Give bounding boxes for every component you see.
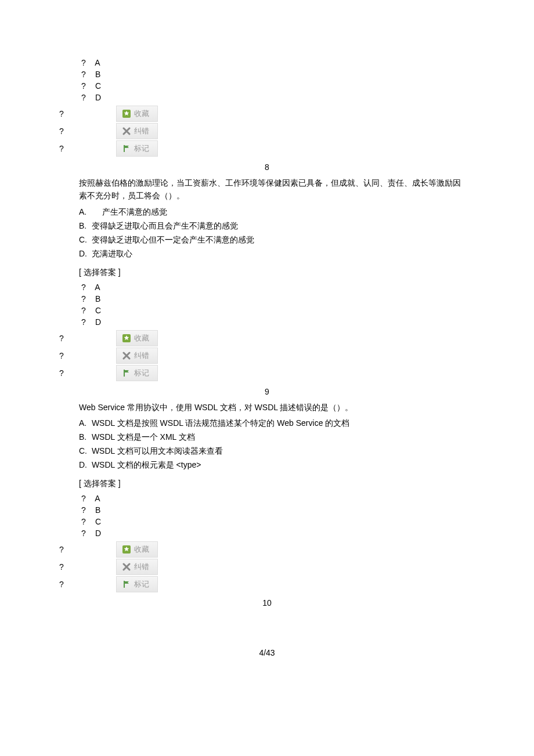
option-b: B. WSDL 文档是一个 XML 文档 — [79, 432, 464, 443]
option-text: WSDL 文档是一个 XML 文档 — [92, 432, 195, 442]
option-text: WSDL 文档是按照 WSDL 语法规范描述某个特定的 Web Service … — [92, 418, 349, 428]
choice-marker: ? — [81, 317, 93, 327]
choice-marker: ? — [81, 93, 93, 102]
mark-label: 标记 — [134, 579, 149, 589]
favorite-button[interactable]: 收藏 — [116, 330, 158, 346]
option-a: A. WSDL 文档是按照 WSDL 语法规范描述某个特定的 Web Servi… — [79, 418, 464, 429]
favorite-label: 收藏 — [134, 108, 149, 119]
option-letter: A. — [79, 207, 89, 216]
answer-choice[interactable]: ? B — [81, 70, 476, 79]
row-marker: ? — [58, 109, 116, 118]
choice-letter: B — [95, 70, 100, 79]
question-9: Web Service 常用协议中，使用 WSDL 文档，对 WSDL 描述错误… — [79, 401, 464, 538]
wrong-label: 纠错 — [134, 126, 149, 136]
mark-button[interactable]: 标记 — [116, 365, 158, 381]
flag-icon — [122, 369, 131, 377]
favorite-label: 收藏 — [134, 544, 149, 555]
mark-button[interactable]: 标记 — [116, 576, 158, 592]
wrong-button[interactable]: 纠错 — [116, 123, 158, 139]
option-text: WSDL 文档的根元素是 <type> — [92, 460, 201, 469]
answer-choice[interactable]: ? B — [81, 294, 464, 303]
row-marker: ? — [58, 368, 116, 378]
question-text: Web Service 常用协议中，使用 WSDL 文档，对 WSDL 描述错误… — [79, 401, 464, 414]
wrong-label: 纠错 — [134, 350, 149, 361]
answer-choice[interactable]: ? D — [81, 529, 464, 538]
option-d: D. 充满进取心 — [79, 249, 464, 259]
option-d: D. WSDL 文档的根元素是 <type> — [79, 460, 464, 471]
favorite-label: 收藏 — [134, 333, 149, 343]
option-c: C. WSDL 文档可以用文本阅读器来查看 — [79, 446, 464, 457]
choice-marker: ? — [81, 529, 93, 538]
option-a: A. 产生不满意的感觉 — [79, 207, 464, 218]
star-icon — [122, 545, 131, 554]
option-b: B. 变得缺乏进取心而且会产生不满意的感觉 — [79, 221, 464, 231]
answer-choice[interactable]: ? C — [81, 306, 464, 315]
cross-icon — [122, 563, 131, 571]
choice-letter: D — [95, 317, 101, 327]
answer-choice[interactable]: ? D — [81, 317, 464, 327]
option-letter: B. — [79, 221, 89, 230]
option-c: C. 变得缺乏进取心但不一定会产生不满意的感觉 — [79, 235, 464, 245]
answer-choice[interactable]: ? A — [81, 494, 464, 503]
choice-marker: ? — [81, 505, 93, 515]
question-8: 按照赫兹伯格的激励理论，当工资薪水、工作环境等保健因素已具备，但成就、认同、责任… — [79, 176, 464, 327]
choice-letter: C — [95, 517, 101, 526]
action-buttons-block: ? 收藏 ? 纠错 ? 标记 — [58, 330, 476, 381]
question-text: 按照赫兹伯格的激励理论，当工资薪水、工作环境等保健因素已具备，但成就、认同、责任… — [79, 176, 464, 202]
wrong-button[interactable]: 纠错 — [116, 559, 158, 575]
row-marker: ? — [58, 334, 116, 343]
wrong-button[interactable]: 纠错 — [116, 348, 158, 364]
answer-choice[interactable]: ? C — [81, 81, 476, 91]
row-marker: ? — [58, 144, 116, 153]
choice-letter: C — [95, 306, 101, 315]
question-number: 9 — [58, 387, 476, 396]
action-buttons-block: ? 收藏 ? 纠错 ? 标记 — [58, 106, 476, 157]
option-letter: D. — [79, 249, 89, 258]
question-number: 8 — [58, 162, 476, 172]
option-letter: C. — [79, 235, 89, 244]
choice-letter: A — [95, 494, 100, 503]
choice-letter: A — [95, 58, 100, 67]
answer-choice[interactable]: ? B — [81, 505, 464, 515]
answer-choice[interactable]: ? C — [81, 517, 464, 526]
choice-marker: ? — [81, 70, 93, 79]
row-marker: ? — [58, 562, 116, 571]
action-buttons-block: ? 收藏 ? 纠错 ? 标记 — [58, 541, 476, 592]
answer-choice[interactable]: ? A — [81, 58, 476, 67]
choice-marker: ? — [81, 283, 93, 292]
page-number: 4/43 — [58, 648, 476, 657]
cross-icon — [122, 127, 131, 135]
option-letter: B. — [79, 432, 89, 442]
cross-icon — [122, 352, 131, 360]
answer-choice[interactable]: ? D — [81, 93, 476, 102]
row-marker: ? — [58, 351, 116, 360]
row-marker: ? — [58, 545, 116, 554]
star-icon — [122, 334, 131, 342]
mark-button[interactable]: 标记 — [116, 140, 158, 157]
option-letter: D. — [79, 460, 89, 469]
choice-letter: A — [95, 283, 100, 292]
row-marker: ? — [58, 126, 116, 136]
question-number: 10 — [58, 598, 476, 607]
choice-marker: ? — [81, 494, 93, 503]
choice-marker: ? — [81, 58, 93, 67]
option-letter: A. — [79, 418, 89, 428]
favorite-button[interactable]: 收藏 — [116, 541, 158, 558]
wrong-label: 纠错 — [134, 562, 149, 572]
choice-letter: C — [95, 81, 101, 91]
mark-label: 标记 — [134, 368, 149, 378]
choice-letter: B — [95, 505, 100, 515]
mark-label: 标记 — [134, 143, 149, 154]
answer-choices-block: ? A ? B ? C ? D — [81, 283, 464, 327]
flag-icon — [122, 144, 131, 153]
option-letter: C. — [79, 446, 89, 455]
star-icon — [122, 110, 131, 118]
option-text: 产生不满意的感觉 — [102, 207, 167, 216]
choice-letter: D — [95, 93, 101, 102]
answer-choices-block: ? A ? B ? C ? D — [81, 58, 476, 102]
favorite-button[interactable]: 收藏 — [116, 106, 158, 122]
option-text: 变得缺乏进取心但不一定会产生不满意的感觉 — [92, 235, 254, 244]
select-answer-label: [ 选择答案 ] — [79, 479, 464, 489]
row-marker: ? — [58, 580, 116, 589]
answer-choice[interactable]: ? A — [81, 283, 464, 292]
